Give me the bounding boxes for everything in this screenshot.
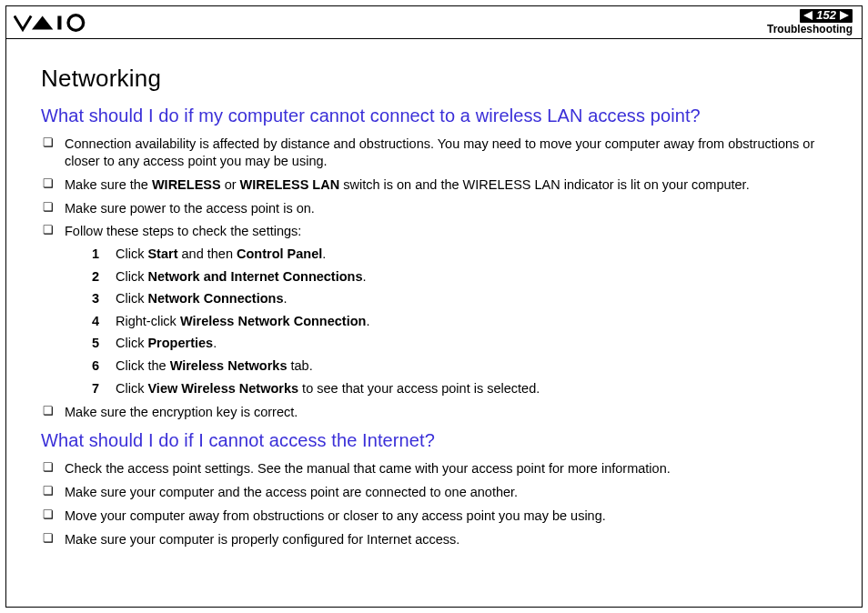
step-item: Click Network Connections.: [92, 290, 827, 308]
step-item: Click the Wireless Networks tab.: [92, 357, 827, 376]
q2-section: What should I do if I cannot access the …: [41, 430, 827, 548]
list-item: Make sure the WIRELESS or WIRELESS LAN s…: [41, 176, 827, 194]
page-number-box: 152: [800, 9, 853, 22]
list-item: Make sure your computer is properly conf…: [41, 531, 827, 548]
prev-page-arrow-icon[interactable]: [803, 11, 812, 20]
next-page-arrow-icon[interactable]: [840, 11, 849, 20]
vaio-logo: [14, 10, 105, 35]
page-content: Networking What should I do if my comput…: [6, 39, 862, 563]
question-1-heading: What should I do if my computer cannot c…: [41, 106, 827, 126]
list-item: Check the access point settings. See the…: [41, 460, 827, 477]
document-page: 152 Troubleshooting Networking What shou…: [5, 5, 863, 608]
list-item: Make sure the encryption key is correct.: [41, 404, 827, 421]
list-item: Make sure power to the access point is o…: [41, 200, 827, 217]
q2-bullet-list: Check the access point settings. See the…: [41, 460, 827, 548]
step-item: Right-click Wireless Network Connection.: [92, 313, 827, 331]
q1-bullet-list: Connection availability is affected by d…: [41, 136, 827, 421]
page-number: 152: [816, 9, 836, 22]
list-item: Connection availability is affected by d…: [41, 136, 827, 170]
svg-marker-3: [840, 11, 849, 20]
header-bar: 152 Troubleshooting: [6, 6, 862, 39]
list-item: Move your computer away from obstruction…: [41, 507, 827, 525]
svg-rect-0: [57, 15, 61, 29]
page-nav: 152 Troubleshooting: [767, 9, 853, 35]
step-item: Click Start and then Control Panel.: [92, 246, 827, 264]
list-item: Follow these steps to check the settings…: [41, 223, 827, 397]
svg-marker-2: [803, 11, 812, 20]
step-item: Click View Wireless Networks to see that…: [92, 380, 827, 398]
page-title: Networking: [41, 65, 827, 93]
step-item: Click Properties.: [92, 335, 827, 353]
svg-point-1: [68, 15, 84, 30]
question-2-heading: What should I do if I cannot access the …: [41, 430, 827, 451]
vaio-logo-svg: [14, 14, 105, 32]
q1-steps: Click Start and then Control Panel. Clic…: [65, 246, 827, 397]
section-label: Troubleshooting: [767, 24, 853, 35]
step-item: Click Network and Internet Connections.: [92, 268, 827, 286]
list-item: Make sure your computer and the access p…: [41, 484, 827, 501]
